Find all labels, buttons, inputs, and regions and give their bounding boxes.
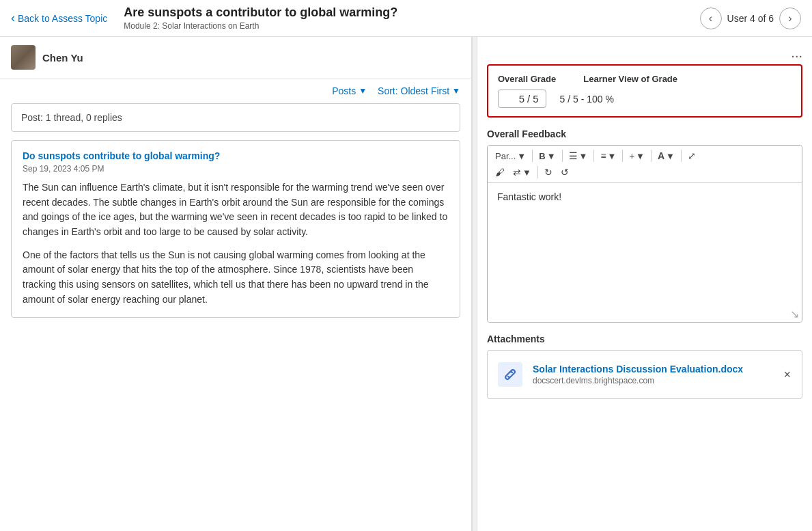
font-button[interactable]: A ▼ — [654, 148, 678, 163]
toolbar-separator-1 — [532, 150, 533, 162]
user-nav: ‹ User 4 of 6 › — [700, 8, 801, 29]
header: ‹ Back to Assess Topic Are sunspots a co… — [0, 0, 812, 37]
redo-button[interactable]: ↺ — [557, 165, 572, 180]
toolbar-separator-2 — [562, 150, 563, 162]
main-layout: Chen Yu Posts ▼ Sort: Oldest First ▼ Pos… — [0, 37, 812, 531]
undo-button[interactable]: ↻ — [541, 165, 556, 180]
indent-button[interactable]: ⇄ ▼ — [509, 165, 535, 180]
post-card: Do sunspots contribute to global warming… — [11, 140, 460, 318]
grade-input[interactable] — [505, 93, 524, 105]
back-to-assess-link[interactable]: ‹ Back to Assess Topic — [11, 11, 107, 25]
insert-chevron-icon: ▼ — [636, 151, 645, 161]
editor-toolbar: Par... ▼ B ▼ ☰ ▼ ≡ — [488, 146, 802, 183]
grade-max: 5 — [533, 93, 538, 105]
right-panel: ... Overall Grade Learner View of Grade … — [477, 37, 812, 531]
attachment-domain: docscert.devlms.brightspace.com — [533, 376, 772, 385]
page-subtitle: Module 2: Solar Interactions on Earth — [124, 21, 699, 31]
user-count: User 4 of 6 — [727, 13, 774, 24]
list-chevron-icon: ▼ — [608, 151, 617, 161]
editor-text: Fantastic work! — [497, 191, 561, 202]
attachment-icon — [496, 360, 524, 389]
expand-icon: ⤢ — [688, 150, 696, 161]
post-body: The Sun can influence Earth's climate, b… — [23, 180, 449, 308]
back-label: Back to Assess Topic — [18, 13, 107, 24]
indent-icon: ⇄ — [513, 167, 521, 178]
paint-icon: 🖌 — [495, 167, 505, 178]
sort-chevron-icon: ▼ — [452, 86, 460, 96]
editor-content[interactable]: Fantastic work! — [488, 183, 802, 306]
user-name: Chen Yu — [42, 52, 83, 64]
grade-input-group: / 5 — [498, 90, 546, 108]
para-label: Par... — [495, 151, 516, 161]
toolbar-separator-7 — [537, 166, 538, 178]
posts-label: Posts — [332, 85, 356, 96]
posts-toolbar: Posts ▼ Sort: Oldest First ▼ — [0, 79, 471, 103]
editor-resize-handle[interactable]: ↘ — [488, 306, 802, 322]
bold-label: B — [539, 151, 545, 161]
post-paragraph-1: The Sun can influence Earth's climate, b… — [23, 180, 449, 240]
chevron-down-icon: ▼ — [359, 86, 367, 96]
attachments-label: Attachments — [487, 333, 802, 344]
toolbar-separator-3 — [593, 150, 594, 162]
user-bar: Chen Yu — [0, 37, 471, 79]
header-title-group: Are sunspots a contributor to global war… — [124, 5, 699, 31]
post-date: Sep 19, 2023 4:05 PM — [23, 164, 449, 174]
insert-button[interactable]: + ▼ — [626, 149, 647, 163]
sort-button[interactable]: Sort: Oldest First ▼ — [378, 85, 460, 96]
post-paragraph-2: One of the factors that tells us the Sun… — [23, 248, 449, 308]
redo-icon: ↺ — [561, 167, 569, 178]
attachment-name[interactable]: Solar Interactions Discussion Evaluation… — [533, 364, 772, 375]
chevron-left-icon: ‹ — [11, 11, 15, 25]
attachment-card: Solar Interactions Discussion Evaluation… — [487, 350, 802, 399]
paint-button[interactable]: 🖌 — [492, 165, 508, 180]
posts-button[interactable]: Posts ▼ — [332, 85, 367, 96]
next-user-button[interactable]: › — [779, 8, 801, 29]
more-options-button[interactable]: ... — [791, 45, 802, 61]
toolbar-separator-4 — [622, 150, 623, 162]
toolbar-separator-5 — [651, 150, 652, 162]
panel-divider[interactable] — [472, 37, 477, 531]
toolbar-separator-6 — [681, 150, 682, 162]
overall-feedback-label: Overall Feedback — [487, 128, 802, 139]
left-panel: Chen Yu Posts ▼ Sort: Oldest First ▼ Pos… — [0, 37, 472, 531]
attachment-info: Solar Interactions Discussion Evaluation… — [533, 364, 772, 385]
grade-slash: / — [527, 93, 530, 105]
font-icon: A — [658, 150, 664, 161]
indent-chevron-icon: ▼ — [522, 167, 531, 178]
editor-toolbar-row-1: Par... ▼ B ▼ ☰ ▼ ≡ — [492, 148, 798, 163]
learner-grade: 5 / 5 - 100 % — [560, 94, 614, 105]
svg-rect-0 — [498, 362, 522, 387]
list-icon: ≡ — [600, 150, 606, 161]
post-summary-text: Post: 1 thread, 0 replies — [21, 112, 122, 123]
list-button[interactable]: ≡ ▼ — [597, 148, 619, 163]
expand-button[interactable]: ⤢ — [684, 148, 699, 163]
attachment-close-button[interactable]: × — [781, 368, 794, 382]
avatar-image — [11, 45, 36, 70]
overall-grade-label: Overall Grade — [498, 74, 556, 84]
post-summary: Post: 1 thread, 0 replies — [11, 103, 460, 132]
prev-user-button[interactable]: ‹ — [700, 8, 722, 29]
insert-label: + — [629, 151, 634, 161]
para-chevron-icon: ▼ — [517, 151, 526, 161]
bold-button[interactable]: B ▼ — [535, 149, 559, 163]
page-title: Are sunspots a contributor to global war… — [124, 5, 699, 20]
bold-chevron-icon: ▼ — [547, 151, 556, 161]
paragraph-style-button[interactable]: Par... ▼ — [492, 149, 529, 163]
font-chevron-icon: ▼ — [666, 151, 675, 161]
align-icon: ☰ — [569, 150, 578, 161]
align-chevron-icon: ▼ — [579, 151, 588, 161]
learner-view-label: Learner View of Grade — [583, 74, 677, 84]
grade-headers: Overall Grade Learner View of Grade — [498, 74, 792, 84]
link-icon — [498, 362, 522, 387]
editor-toolbar-row-2: 🖌 ⇄ ▼ ↻ ↺ — [492, 165, 798, 180]
post-title[interactable]: Do sunspots contribute to global warming… — [23, 150, 220, 161]
sort-label: Sort: Oldest First — [378, 85, 449, 96]
avatar — [11, 45, 36, 70]
undo-icon: ↻ — [544, 167, 552, 178]
align-button[interactable]: ☰ ▼ — [565, 148, 591, 163]
grade-values: / 5 5 / 5 - 100 % — [498, 90, 792, 108]
grade-section: Overall Grade Learner View of Grade / 5 … — [487, 64, 802, 118]
feedback-editor: Par... ▼ B ▼ ☰ ▼ ≡ — [487, 145, 802, 323]
